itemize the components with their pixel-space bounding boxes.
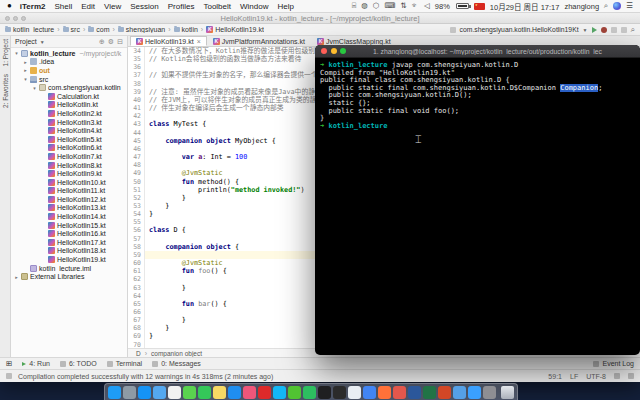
menu-item-window[interactable]: Window bbox=[240, 2, 268, 11]
tree-expand-arrow[interactable]: ▾ bbox=[23, 76, 28, 82]
tree-item-HelloKotlin16.kt[interactable]: HelloKotlin16.kt bbox=[11, 229, 127, 238]
notification-center-icon[interactable]: ☰ bbox=[626, 2, 633, 10]
breadcrumb-item-kotlin[interactable]: kotlin bbox=[174, 26, 198, 33]
dock-icon-text-editor[interactable] bbox=[348, 386, 361, 399]
dock-icon-chrome[interactable] bbox=[363, 386, 376, 399]
encoding-widget[interactable]: UTF-8 bbox=[586, 373, 606, 380]
dock-icon-appstore[interactable] bbox=[228, 386, 241, 399]
tree-item-HelloKotlin13.kt[interactable]: HelloKotlin13.kt bbox=[11, 204, 127, 213]
tree-expand-arrow[interactable]: ▾ bbox=[14, 50, 19, 56]
editor-breadcrumb-companion object[interactable]: companion object bbox=[151, 350, 202, 357]
run-configuration-selector[interactable]: com.shengsiyuan.kotlin.HelloKotlin19Kt bbox=[460, 26, 579, 33]
menu-item-profiles[interactable]: Profiles bbox=[168, 2, 195, 11]
tree-expand-arrow[interactable]: ▸ bbox=[23, 67, 28, 73]
vpn-icon[interactable]: ⬡ bbox=[373, 2, 380, 10]
menu-item-toolbelt[interactable]: Toolbelt bbox=[203, 2, 231, 11]
user-menu[interactable]: zhanglong bbox=[564, 2, 599, 11]
run-button[interactable] bbox=[592, 27, 597, 33]
tool-button-project[interactable]: 1: Project bbox=[2, 39, 9, 66]
locate-file-icon[interactable]: ⊕ bbox=[99, 38, 105, 46]
dock-icon-evernote[interactable] bbox=[303, 386, 316, 399]
tree-item-HelloKotlin11.kt[interactable]: HelloKotlin11.kt bbox=[11, 187, 127, 196]
sync-icon[interactable]: ⇅ bbox=[400, 2, 406, 10]
tool-window-button-0-messages[interactable]: 0: Messages bbox=[152, 360, 201, 367]
tool-window-button-6-todo[interactable]: 6: TODO bbox=[60, 360, 97, 367]
tree-expand-arrow[interactable]: ▾ bbox=[32, 85, 37, 91]
tree-item-External Libraries[interactable]: ▸External Libraries bbox=[11, 272, 127, 281]
tool-button-favorites[interactable]: 2: Favorites bbox=[2, 74, 9, 108]
dock-icon-itunes[interactable] bbox=[243, 386, 256, 399]
dock-icon-terminal-app[interactable] bbox=[318, 386, 331, 399]
tree-item-src[interactable]: ▾src bbox=[11, 75, 127, 84]
dock-icon-folder[interactable] bbox=[453, 386, 466, 399]
breadcrumb-item-shengsiyuan[interactable]: shengsiyuan bbox=[118, 26, 165, 33]
stop-button[interactable] bbox=[621, 27, 627, 33]
display-icon[interactable]: ⌸ bbox=[352, 2, 357, 10]
tree-item-HelloKotlin2.kt[interactable]: HelloKotlin2.kt bbox=[11, 109, 127, 118]
tree-item-out[interactable]: ▸out bbox=[11, 66, 127, 75]
tree-item-com.shengsiyuan.kotlin[interactable]: ▾com.shengsiyuan.kotlin bbox=[11, 83, 127, 92]
dock-icon-intellij-idea[interactable] bbox=[333, 386, 346, 399]
lock-icon[interactable] bbox=[614, 373, 620, 379]
spotlight-icon[interactable]: ⌕ bbox=[604, 2, 608, 10]
tree-expand-arrow[interactable]: ▸ bbox=[23, 59, 28, 65]
menu-item-shell[interactable]: Shell bbox=[54, 2, 72, 11]
dock-icon-mail[interactable] bbox=[153, 386, 166, 399]
dock-icon-notes[interactable] bbox=[213, 386, 226, 399]
close-window-button[interactable] bbox=[321, 48, 327, 54]
tree-item-kotlin_lecture.iml[interactable]: kotlin_lecture.iml bbox=[11, 264, 127, 273]
line-ending-widget[interactable]: LF bbox=[570, 373, 578, 380]
dock-icon-qq[interactable] bbox=[273, 386, 286, 399]
siri-icon[interactable] bbox=[613, 2, 621, 10]
minimize-window-button[interactable] bbox=[13, 16, 18, 21]
menu-item-edit[interactable]: Edit bbox=[81, 2, 95, 11]
tree-item-HelloKotlin15.kt[interactable]: HelloKotlin15.kt bbox=[11, 221, 127, 230]
menu-item-session[interactable]: Session bbox=[130, 2, 158, 11]
dock-icon-cloud-drive[interactable] bbox=[468, 386, 481, 399]
tree-item-HelloKotlin5.kt[interactable]: HelloKotlin5.kt bbox=[11, 135, 127, 144]
tree-item-kotlin_lecture[interactable]: ▾kotlin_lecture~/myproject/k bbox=[11, 49, 127, 58]
battery-icon[interactable] bbox=[456, 3, 469, 9]
coverage-button[interactable] bbox=[611, 27, 617, 33]
editor-tab-JvmPlatformAnnotations.kt[interactable]: JvmPlatformAnnotations.kt bbox=[207, 36, 311, 46]
settings-gear-icon[interactable]: ⚙ bbox=[108, 38, 114, 46]
wifi-icon[interactable]: ᯤ bbox=[412, 2, 420, 10]
menu-item-view[interactable]: View bbox=[104, 2, 121, 11]
close-tab-icon[interactable]: × bbox=[197, 38, 201, 45]
dock-icon-powerpoint[interactable] bbox=[438, 386, 451, 399]
editor-tab-HelloKotlin19.kt[interactable]: HelloKotlin19.kt× bbox=[130, 36, 207, 46]
breadcrumb-item-src[interactable]: src bbox=[63, 26, 80, 33]
editor-breadcrumb-D[interactable]: D bbox=[136, 350, 141, 357]
tree-item-HelloKotlin19.kt[interactable]: HelloKotlin19.kt bbox=[11, 255, 127, 264]
tool-window-button-4-run[interactable]: 4: Run bbox=[22, 360, 50, 367]
tree-item-HelloKotlin12.kt[interactable]: HelloKotlin12.kt bbox=[11, 195, 127, 204]
breadcrumb-item-kotlin_lecture[interactable]: kotlin_lecture bbox=[5, 26, 54, 33]
iterm2-window[interactable]: 1. zhanglong@localhost: ~/myproject/kotl… bbox=[315, 45, 640, 355]
tree-expand-arrow[interactable]: ▸ bbox=[14, 274, 19, 280]
minimize-window-button[interactable] bbox=[331, 48, 337, 54]
tree-item-HelloKotlin.kt[interactable]: HelloKotlin.kt bbox=[11, 101, 127, 110]
zoom-window-button[interactable] bbox=[21, 16, 26, 21]
menu-item-help[interactable]: Help bbox=[277, 2, 293, 11]
close-window-button[interactable] bbox=[5, 16, 10, 21]
event-log-button[interactable]: Event Log bbox=[593, 360, 634, 367]
dock-icon-messages[interactable] bbox=[183, 386, 196, 399]
tree-item-HelloKotlin3.kt[interactable]: HelloKotlin3.kt bbox=[11, 118, 127, 127]
ide-title-bar[interactable]: HelloKotlin19.kt - kotlin_lecture - [~/m… bbox=[0, 13, 640, 24]
docker-icon[interactable]: ◍ bbox=[361, 2, 368, 10]
input-source-icon[interactable]: ⌨ bbox=[384, 2, 395, 10]
dock-icon-finder[interactable] bbox=[108, 386, 121, 399]
dock-icon-excel[interactable] bbox=[423, 386, 436, 399]
zoom-window-button[interactable] bbox=[340, 48, 346, 54]
dock-icon-camera[interactable] bbox=[483, 386, 496, 399]
dock-icon-safari[interactable] bbox=[138, 386, 151, 399]
dock-icon-pdf-reader[interactable] bbox=[393, 386, 406, 399]
dock-icon-facetime[interactable] bbox=[198, 386, 211, 399]
tree-item-HelloKotlin6.kt[interactable]: HelloKotlin6.kt bbox=[11, 144, 127, 153]
toolbar-misc-icon[interactable] bbox=[450, 27, 456, 33]
tool-window-button-terminal[interactable]: Terminal bbox=[107, 360, 142, 367]
menu-item-iterm2[interactable]: iTerm2 bbox=[20, 2, 46, 11]
dock-icon-netease-music[interactable] bbox=[258, 386, 271, 399]
dock-icon-wechat[interactable] bbox=[288, 386, 301, 399]
caret-position-widget[interactable]: 59:1 bbox=[548, 373, 562, 380]
